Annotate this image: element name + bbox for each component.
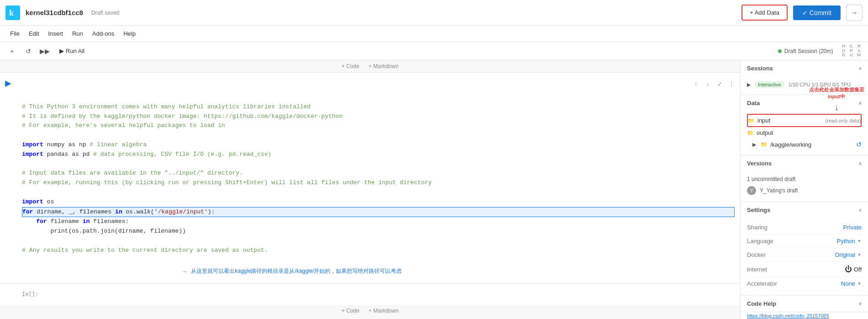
restart-button[interactable]: ↺ bbox=[22, 45, 35, 58]
add-markdown-button-bottom[interactable]: + Markdown bbox=[369, 308, 399, 314]
folder-icon-output: 📁 bbox=[747, 130, 754, 136]
commit-label: ✓ Commit bbox=[802, 9, 831, 16]
sharing-label: Sharing bbox=[747, 224, 767, 231]
arrow-right-icon: → bbox=[182, 268, 187, 275]
add-code-button-top[interactable]: + Code bbox=[342, 63, 360, 69]
toggle-icon: ⏻ bbox=[845, 265, 852, 273]
code-help-title: Code Help bbox=[747, 300, 776, 307]
add-cell-toolbar-button[interactable]: + bbox=[5, 45, 18, 58]
accelerator-label: Accelerator bbox=[747, 280, 777, 287]
data-title: Data bbox=[747, 100, 760, 106]
toolbar: + ↺ ▶▶ ▶ Run All Draft Session (20m) H D… bbox=[0, 42, 868, 60]
menu-file[interactable]: File bbox=[5, 28, 24, 39]
annotation-row: → 从这里就可以看出kaggle路径的根目录是从/kaggle/开始的，如果想写… bbox=[16, 266, 740, 279]
output-item-name: output bbox=[757, 129, 862, 136]
docker-value[interactable]: Original ▼ bbox=[835, 251, 862, 258]
code-cell: ▶ ↑ ↓ ⤢ ⋮ # This Python 3 environment co… bbox=[0, 72, 740, 284]
menu-addons[interactable]: Add-ons bbox=[88, 28, 119, 39]
internet-toggle[interactable]: ⏻ Off bbox=[845, 265, 862, 273]
add-markdown-button-top[interactable]: + Markdown bbox=[369, 63, 399, 69]
internet-label: Internet bbox=[747, 266, 767, 273]
svg-text:k: k bbox=[9, 8, 14, 17]
expand-working-icon: ▶ bbox=[752, 142, 756, 148]
docker-value-text: Original bbox=[835, 251, 855, 258]
settings-docker: Docker Original ▼ bbox=[747, 248, 862, 262]
menu-insert[interactable]: Insert bbox=[43, 28, 68, 39]
menu-help[interactable]: Help bbox=[119, 28, 140, 39]
draft-item: Y Y_Yating's draft bbox=[747, 184, 862, 197]
data-annotation-container: 📁 input (read-only data) 点击此处会添加数据集至inpu… bbox=[747, 114, 862, 127]
code-line-6: import pandas as pd # data processing, C… bbox=[22, 151, 271, 158]
fast-forward-button[interactable]: ▶▶ bbox=[38, 45, 51, 58]
versions-section: Versions ∧ 1 uncommitted draft Y Y_Yatin… bbox=[741, 155, 868, 202]
ram-badge: R A M bbox=[856, 43, 863, 59]
versions-header[interactable]: Versions ∧ bbox=[741, 155, 868, 171]
sharing-value[interactable]: Private bbox=[843, 224, 862, 231]
settings-content: Sharing Private Language Python ▼ Docker bbox=[741, 218, 868, 295]
input-readonly-badge: (read-only data) bbox=[825, 118, 861, 123]
run-all-label: Run All bbox=[66, 48, 85, 54]
settings-header[interactable]: Settings ∧ bbox=[741, 202, 868, 218]
code-help-section: Code Help ∨ bbox=[741, 296, 868, 312]
settings-accelerator: Accelerator None ▼ bbox=[747, 277, 862, 291]
code-line-8: # Input data files are available in the … bbox=[22, 170, 243, 176]
commit-button[interactable]: ✓ Commit bbox=[793, 5, 841, 20]
refresh-icon[interactable]: ↺ bbox=[856, 141, 862, 148]
annotation-cn-text: 点击此处会添加数据集至input中 bbox=[809, 87, 864, 99]
sidebar: Sessions ∧ ▶ Interactive 1/10 CPU 1/1 GP… bbox=[740, 60, 868, 319]
versions-title: Versions bbox=[747, 160, 772, 167]
input-label: In[]: bbox=[16, 287, 44, 301]
session-label: Draft Session (20m) bbox=[784, 48, 833, 54]
run-all-icon: ▶ bbox=[59, 48, 64, 54]
cell-run-button[interactable]: ▶ bbox=[0, 73, 16, 283]
code-area[interactable]: # This Python 3 environment comes with m… bbox=[16, 91, 740, 266]
accelerator-chevron: ▼ bbox=[857, 281, 862, 286]
kaggle-logo: k bbox=[5, 5, 20, 20]
run-all-button[interactable]: ▶ Run All bbox=[55, 46, 89, 56]
red-down-arrow: ↓ bbox=[807, 101, 866, 113]
code-line-3: # For example, here's several helpful pa… bbox=[22, 122, 225, 129]
accelerator-value[interactable]: None ▼ bbox=[841, 280, 862, 287]
cell-content: ↑ ↓ ⤢ ⋮ # This Python 3 environment come… bbox=[16, 73, 740, 283]
settings-section: Settings ∧ Sharing Private Language Pyth… bbox=[741, 202, 868, 296]
data-item-output[interactable]: 📁 output bbox=[747, 127, 862, 138]
move-down-button[interactable]: ↓ bbox=[703, 79, 713, 89]
interactive-tag: Interactive bbox=[754, 81, 785, 88]
draft-avatar: Y bbox=[747, 186, 756, 195]
data-content: 📁 input (read-only data) 点击此处会添加数据集至inpu… bbox=[741, 111, 868, 155]
menu-run[interactable]: Run bbox=[68, 28, 88, 39]
sessions-header[interactable]: Sessions ∧ bbox=[741, 60, 868, 76]
menu-bar: File Edit Insert Run Add-ons Help bbox=[0, 26, 868, 42]
add-data-button[interactable]: + Add Data bbox=[741, 5, 788, 21]
chevron-right-icon: ▶ bbox=[747, 82, 751, 88]
draft-label: Y_Yating's draft bbox=[760, 187, 798, 194]
move-up-button[interactable]: ↑ bbox=[691, 79, 701, 89]
versions-chevron: ∧ bbox=[858, 161, 862, 166]
resource-badges: H D D C P U R A M bbox=[841, 43, 863, 59]
code-line-16: # Any results you write to the current d… bbox=[22, 247, 268, 254]
settings-title: Settings bbox=[747, 207, 770, 213]
url-bar[interactable]: https://blog.csdn.net/csdn: 25157065 bbox=[741, 312, 868, 319]
next-arrow-button[interactable]: → bbox=[846, 5, 863, 21]
menu-edit[interactable]: Edit bbox=[24, 28, 43, 39]
versions-content: 1 uncommitted draft Y Y_Yating's draft bbox=[741, 171, 868, 202]
code-line-13: for filename in filenames: bbox=[22, 218, 129, 225]
cell-toolbar: ↑ ↓ ⤢ ⋮ bbox=[16, 77, 740, 91]
status-dot bbox=[778, 49, 782, 53]
data-item-input[interactable]: 📁 input (read-only data) bbox=[747, 114, 862, 127]
sharing-value-text: Private bbox=[843, 224, 862, 231]
cell-more-button[interactable]: ⋮ bbox=[726, 79, 736, 89]
language-value[interactable]: Python ▼ bbox=[837, 238, 862, 245]
add-code-button-bottom[interactable]: + Code bbox=[342, 308, 360, 314]
input-cell: In[]: bbox=[0, 284, 740, 305]
code-line-14: print(os.path.join(dirname, filename)) bbox=[22, 228, 186, 234]
annotation-chinese: 从这里就可以看出kaggle路径的根目录是从/kaggle/开始的，如果想写绝对… bbox=[191, 267, 402, 275]
versions-draft-count: 1 uncommitted draft bbox=[747, 174, 862, 184]
code-line-1: # This Python 3 environment comes with m… bbox=[22, 103, 311, 110]
settings-chevron: ∧ bbox=[858, 207, 862, 213]
top-bar: k kernel31cdbf1cc8 Draft saved + Add Dat… bbox=[0, 0, 868, 26]
code-help-header[interactable]: Code Help ∨ bbox=[741, 296, 868, 312]
expand-button[interactable]: ⤢ bbox=[715, 79, 725, 89]
data-item-working[interactable]: ▶ 📁 /kaggle/working ↺ bbox=[747, 138, 862, 150]
language-label: Language bbox=[747, 238, 773, 245]
